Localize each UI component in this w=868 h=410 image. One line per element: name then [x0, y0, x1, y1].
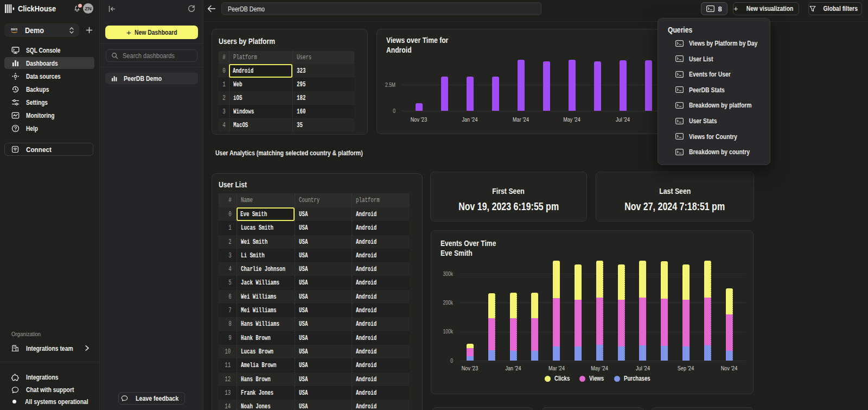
- svg-text:aws: aws: [11, 27, 18, 31]
